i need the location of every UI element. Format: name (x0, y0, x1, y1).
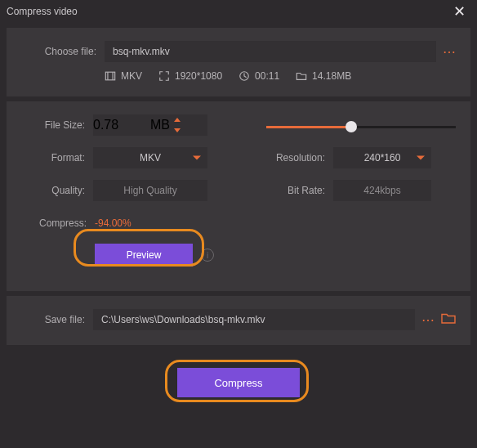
open-folder-icon[interactable] (441, 312, 456, 327)
compress-ratio-line: Compress: -94.00% (21, 217, 456, 229)
resolution-combo[interactable]: 240*160 (333, 147, 431, 168)
bitrate-value: 424kbps (363, 185, 400, 196)
expand-icon (158, 70, 170, 82)
slider-thumb[interactable] (345, 121, 357, 132)
bitrate-row: Bit Rate: 424kbps (266, 180, 456, 201)
choose-file-panel: Choose file: ⋯ MKV 1920*1080 (7, 28, 470, 96)
preview-button[interactable]: Preview (95, 244, 193, 267)
meta-format-value: MKV (121, 70, 142, 82)
resolution-value: 240*160 (364, 152, 401, 164)
stepper-up-icon[interactable] (170, 114, 185, 125)
filesize-unit: MB (150, 118, 170, 132)
bitrate-label: Bit Rate: (266, 185, 325, 196)
choose-file-input[interactable] (105, 41, 436, 62)
quality-display: High Quality (93, 180, 207, 201)
filesize-row: File Size: 0.78 MB (21, 114, 250, 136)
meta-filesize: 14.18MB (296, 70, 351, 82)
resolution-row: Resolution: 240*160 (266, 147, 456, 168)
film-icon (105, 70, 116, 82)
format-value: MKV (140, 152, 161, 164)
format-combo[interactable]: MKV (93, 147, 207, 168)
format-label: Format: (21, 152, 85, 164)
slider-row (266, 114, 456, 136)
svg-marker-4 (174, 118, 181, 122)
compress-ratio-label: Compress: (21, 217, 87, 229)
compress-ratio-value: -94.00% (95, 217, 132, 229)
folder-icon (296, 70, 307, 82)
format-row: Format: MKV (21, 147, 250, 168)
save-file-panel: Save file: ⋯ (7, 296, 470, 345)
choose-file-label: Choose file: (21, 46, 96, 57)
window-title: Compress video (7, 6, 78, 17)
choose-file-browse-icon[interactable]: ⋯ (443, 44, 456, 60)
clock-icon (238, 70, 250, 82)
meta-resolution: 1920*1080 (158, 70, 222, 82)
save-file-label: Save file: (21, 314, 85, 325)
save-file-browse-icon[interactable]: ⋯ (421, 312, 435, 328)
quality-row: Quality: High Quality (21, 180, 250, 201)
titlebar: Compress video ✕ (0, 0, 477, 23)
stepper-down-icon[interactable] (170, 125, 185, 136)
filesize-slider[interactable] (266, 116, 456, 137)
chevron-down-icon (417, 156, 425, 160)
meta-format: MKV (105, 70, 142, 82)
chevron-down-icon (193, 156, 201, 160)
quality-value: High Quality (123, 185, 176, 196)
filesize-input[interactable]: 0.78 (93, 118, 150, 132)
svg-rect-0 (105, 72, 114, 80)
save-file-input[interactable] (93, 309, 415, 330)
resolution-label: Resolution: (266, 152, 325, 164)
settings-panel: File Size: 0.78 MB Format: MKV (7, 101, 470, 291)
meta-filesize-value: 14.18MB (312, 70, 351, 82)
quality-label: Quality: (21, 185, 85, 196)
choose-file-row: Choose file: ⋯ (21, 41, 456, 62)
meta-duration: 00:11 (238, 70, 279, 82)
save-file-row: Save file: ⋯ (21, 309, 456, 330)
svg-marker-5 (174, 128, 181, 132)
compress-button[interactable]: Compress (177, 368, 300, 397)
bitrate-display: 424kbps (333, 180, 431, 201)
meta-duration-value: 00:11 (255, 70, 279, 82)
close-icon[interactable]: ✕ (448, 2, 470, 20)
bottom-bar: Compress (0, 350, 477, 415)
meta-resolution-value: 1920*1080 (175, 70, 222, 82)
info-icon[interactable]: i (201, 249, 214, 262)
filesize-label: File Size: (21, 119, 85, 131)
filesize-stepper[interactable] (170, 114, 185, 136)
file-meta: MKV 1920*1080 00:11 14.18MB (105, 70, 456, 82)
